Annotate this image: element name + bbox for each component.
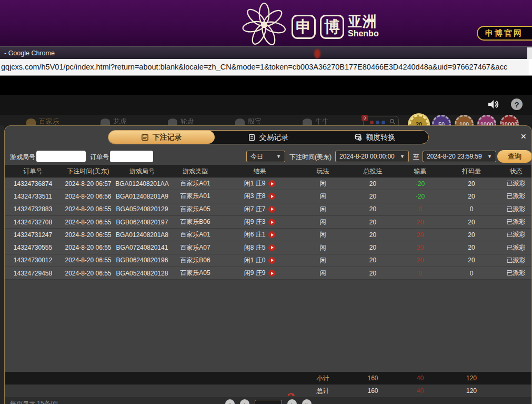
cell-result: 闲3 庄8 xyxy=(222,192,298,201)
tab-label: 交易记录 xyxy=(259,133,289,142)
magnifier-icon[interactable] xyxy=(389,119,396,125)
cell-rolling: 20 xyxy=(443,244,500,251)
cell-bet: 20 xyxy=(348,193,398,200)
order-no-input[interactable] xyxy=(110,151,153,162)
modal-bottombar: 每页显示 15条/页 « ‹ › » xyxy=(5,397,531,404)
cell-game-type: 百家乐A05 xyxy=(169,205,222,214)
last-page-button[interactable]: » xyxy=(302,399,312,404)
play-icon[interactable] xyxy=(268,180,275,187)
cell-time: 2024-8-20 06:55 xyxy=(61,231,115,239)
cell-game-type: 百家乐A07 xyxy=(169,243,222,252)
col-play: 玩法 xyxy=(298,167,348,176)
date-from-value: 2024-8-20 00:00:00 xyxy=(339,153,395,160)
chevron-down-icon: ▼ xyxy=(276,154,281,159)
cell-bet: 20 xyxy=(348,244,398,251)
first-page-button[interactable]: « xyxy=(225,399,235,404)
cell-order: 14324730555 xyxy=(5,244,61,251)
svg-text:$: $ xyxy=(359,137,361,141)
table-row: 14324732708 2024-8-20 06:55 BGB062408201… xyxy=(5,216,531,229)
logo-latin-text: Shenbo xyxy=(348,29,379,38)
page-number-input[interactable] xyxy=(255,400,282,404)
urlbar-right-edge xyxy=(528,59,532,75)
cell-round: BGB06240820197 xyxy=(115,219,169,226)
cell-time: 2024-8-20 06:56 xyxy=(61,193,115,200)
cell-play: 闲 xyxy=(298,243,348,252)
cell-play: 闲 xyxy=(298,269,348,278)
total-winloss: 40 xyxy=(398,387,443,395)
next-page-button[interactable]: › xyxy=(287,399,297,404)
to-label: 至 xyxy=(413,153,419,162)
result-text: 闲9 庄9 xyxy=(244,269,266,278)
official-site-button[interactable]: 申博官网 xyxy=(477,26,532,41)
play-icon[interactable] xyxy=(268,219,275,225)
browser-url-bar[interactable]: gqjcxs.com/h5V01/pc/index.html?return=ab… xyxy=(0,59,532,76)
cell-winloss: 0 xyxy=(398,205,443,213)
close-icon[interactable]: × xyxy=(520,132,526,141)
cell-winloss: -20 xyxy=(398,193,443,200)
result-text: 闲1 庄0 xyxy=(244,256,266,265)
play-icon[interactable] xyxy=(268,244,275,251)
logo-region-block: 亚洲 Shenbo xyxy=(348,14,379,38)
play-icon[interactable] xyxy=(268,206,275,213)
brand-header: 申 博 亚洲 Shenbo 申博官网 xyxy=(0,0,532,46)
col-total-bet: 总投注 xyxy=(348,167,398,176)
cell-game-type: 百家乐A01 xyxy=(169,179,222,188)
date-to-select[interactable]: 2024-8-20 23:59:59 ▼ xyxy=(423,151,496,162)
col-game-round: 游戏局号 xyxy=(115,167,169,176)
col-game-type: 游戏类型 xyxy=(169,167,222,176)
cell-play: 闲 xyxy=(298,230,348,239)
result-text: 闲8 庄5 xyxy=(244,243,266,252)
date-preset-select[interactable]: 今日 ▼ xyxy=(246,151,285,162)
cell-rolling: 20 xyxy=(443,219,500,226)
cell-bet: 20 xyxy=(348,231,398,239)
play-icon[interactable] xyxy=(268,270,275,277)
tab-transaction-records[interactable]: 交易记录 xyxy=(215,131,322,144)
cell-result: 闲9 庄9 xyxy=(222,269,298,278)
cell-round: BGA012408201A9 xyxy=(115,193,169,200)
cell-winloss: 20 xyxy=(398,231,443,239)
help-icon[interactable]: ? xyxy=(511,98,523,110)
cell-time: 2024-8-20 06:55 xyxy=(61,205,115,213)
bet-records-modal: 下注记录 交易记录 $ 额度转换 xyxy=(4,125,532,404)
cell-game-type: 百家乐A01 xyxy=(169,192,222,201)
red-indicator-blob xyxy=(314,49,320,58)
total-rolling: 120 xyxy=(443,387,500,395)
cell-order: 14324733511 xyxy=(5,193,61,200)
brand-logo: 申 博 亚洲 Shenbo xyxy=(241,2,379,45)
date-to-value: 2024-8-20 23:59:59 xyxy=(427,153,482,160)
game-round-input[interactable] xyxy=(36,151,86,162)
result-text: 闲3 庄8 xyxy=(244,192,266,201)
cell-round: BGA07240820141 xyxy=(115,244,169,251)
roulette-icon xyxy=(168,119,177,125)
cell-time: 2024-8-20 06:55 xyxy=(61,219,115,226)
date-from-select[interactable]: 2024-8-20 00:00:00 ▼ xyxy=(335,151,409,162)
cell-play: 闲 xyxy=(298,205,348,214)
cell-winloss: -20 xyxy=(398,180,443,188)
cell-winloss: 0 xyxy=(398,270,443,277)
flower-logo-icon xyxy=(241,2,287,45)
search-button[interactable]: 查询 xyxy=(497,150,532,163)
play-icon[interactable] xyxy=(268,257,275,264)
table-row: 14324731247 2024-8-20 06:55 BGA012408201… xyxy=(5,229,531,241)
cell-status: 已派彩 xyxy=(500,218,531,226)
prev-page-button[interactable]: ‹ xyxy=(240,399,249,404)
col-rolling: 打码量 xyxy=(443,167,500,176)
tab-bet-records[interactable]: 下注记录 xyxy=(108,131,215,144)
bull-icon xyxy=(303,119,312,125)
cell-order: 14324731247 xyxy=(5,231,61,239)
cell-play: 闲 xyxy=(298,179,348,188)
tab-credit-transfer[interactable]: $ 额度转换 xyxy=(322,131,428,144)
url-text[interactable]: gqjcxs.com/h5V01/pc/index.html?return=ab… xyxy=(0,63,507,71)
cell-winloss: 20 xyxy=(398,219,443,226)
table-header: 订单号 下注时间(美东) 游戏局号 游戏类型 结果 玩法 总投注 输赢 打码量 … xyxy=(5,165,531,178)
chevron-down-icon: ▼ xyxy=(400,154,405,159)
modal-tabbar: 下注记录 交易记录 $ 额度转换 xyxy=(108,130,429,144)
play-icon[interactable] xyxy=(268,231,275,238)
page-note: 每页显示 15条/页 xyxy=(10,399,58,404)
browser-titlebar: - Google Chrome xyxy=(0,46,532,59)
speaker-icon[interactable] xyxy=(487,98,499,111)
cell-rolling: 20 xyxy=(443,193,500,200)
roadmap-dots xyxy=(370,121,385,124)
play-icon[interactable] xyxy=(268,193,275,200)
result-text: 闲9 庄3 xyxy=(244,218,266,226)
